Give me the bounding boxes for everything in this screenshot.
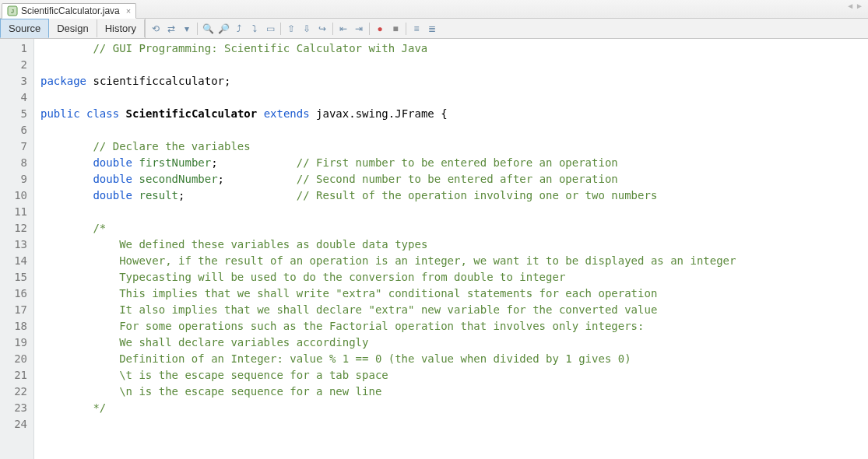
- diff-icon[interactable]: ⇄: [164, 22, 178, 36]
- find-prev-icon[interactable]: 🔍: [201, 22, 215, 36]
- line-number: 7: [0, 138, 27, 155]
- line-number: 19: [0, 335, 27, 351]
- code-line: Definition of an Integer: value % 1 == 0…: [40, 351, 868, 367]
- file-tab-label: ScientificCalculator.java: [21, 5, 120, 16]
- step-down-icon[interactable]: ⇩: [300, 22, 314, 36]
- line-number: 18: [0, 318, 27, 335]
- tab-nav-arrows: ◄ ►: [846, 2, 863, 10]
- line-number: 1: [0, 40, 27, 57]
- line-number: 21: [0, 367, 27, 384]
- code-line: [40, 57, 868, 73]
- line-number: 22: [0, 384, 27, 400]
- shift-left-icon[interactable]: ⇤: [336, 22, 350, 36]
- line-number: 11: [0, 204, 27, 220]
- code-line: [40, 204, 868, 220]
- line-number: 9: [0, 171, 27, 187]
- dropdown-icon[interactable]: ▾: [180, 22, 194, 36]
- code-line: Typecasting will be used to do the conve…: [40, 269, 868, 286]
- close-icon[interactable]: ×: [126, 6, 131, 16]
- code-line: /*: [40, 220, 868, 237]
- line-number: 16: [0, 286, 27, 302]
- line-number: 6: [0, 122, 27, 138]
- prev-tab-icon[interactable]: ◄: [846, 2, 854, 10]
- line-number: 12: [0, 220, 27, 237]
- file-tab[interactable]: J ScientificCalculator.java ×: [2, 3, 136, 19]
- line-number: 15: [0, 269, 27, 286]
- uncomment-icon[interactable]: ≣: [425, 22, 439, 36]
- view-tab-bar: Source Design History ⟲⇄▾🔍🔎⤴⤵▭⇧⇩↪⇤⇥●■≡≣: [0, 19, 868, 39]
- step-over-icon[interactable]: ↪: [315, 22, 329, 36]
- line-number: 4: [0, 89, 27, 106]
- code-area[interactable]: // GUI Programming: Scientific Calculato…: [34, 39, 868, 459]
- code-line: [40, 89, 868, 106]
- comment-icon[interactable]: ≡: [409, 22, 423, 36]
- toolbar-separator: [406, 23, 406, 35]
- code-line: [40, 416, 868, 433]
- find-next-icon[interactable]: 🔎: [216, 22, 230, 36]
- line-number: 8: [0, 155, 27, 171]
- code-line: public class ScientificCalculator extend…: [40, 106, 868, 122]
- code-line: double secondNumber; // Second number to…: [40, 171, 868, 187]
- code-line: For some operations such as the Factoria…: [40, 318, 868, 335]
- code-line: We defined these variables as double dat…: [40, 237, 868, 253]
- svg-text:J: J: [11, 8, 14, 15]
- code-line: \n is the escape sequence for a new line: [40, 384, 868, 400]
- code-editor: 123456789101112131415161718192021222324 …: [0, 39, 868, 459]
- line-number: 23: [0, 400, 27, 416]
- code-line: [40, 122, 868, 138]
- line-number: 17: [0, 302, 27, 318]
- tab-source[interactable]: Source: [0, 19, 49, 38]
- code-line: We shall declare variables accordingly: [40, 335, 868, 351]
- line-number: 24: [0, 416, 27, 433]
- line-number: 20: [0, 351, 27, 367]
- toolbar-separator: [197, 23, 198, 35]
- code-line: // GUI Programming: Scientific Calculato…: [40, 40, 868, 57]
- line-number: 10: [0, 187, 27, 204]
- toolbar-separator: [369, 23, 370, 35]
- bookmark-prev-icon[interactable]: ⤴: [232, 22, 246, 36]
- line-number: 3: [0, 73, 27, 89]
- code-line: */: [40, 400, 868, 416]
- line-number: 13: [0, 237, 27, 253]
- line-number: 14: [0, 253, 27, 269]
- toolbar-separator: [280, 23, 281, 35]
- editor-toolbar: ⟲⇄▾🔍🔎⤴⤵▭⇧⇩↪⇤⇥●■≡≣: [145, 19, 442, 38]
- code-line: It also implies that we shall declare "e…: [40, 302, 868, 318]
- tab-design[interactable]: Design: [49, 19, 97, 37]
- line-gutter: 123456789101112131415161718192021222324: [0, 39, 34, 459]
- code-line: double firstNumber; // First number to b…: [40, 155, 868, 171]
- step-up-icon[interactable]: ⇧: [284, 22, 298, 36]
- select-icon[interactable]: ▭: [263, 22, 277, 36]
- shift-right-icon[interactable]: ⇥: [352, 22, 366, 36]
- bookmark-next-icon[interactable]: ⤵: [248, 22, 262, 36]
- tab-history[interactable]: History: [97, 19, 145, 37]
- line-number: 2: [0, 57, 27, 73]
- java-file-icon: J: [7, 5, 18, 16]
- code-line: double result; // Result of the operatio…: [40, 187, 868, 204]
- refresh-icon[interactable]: ⟲: [149, 22, 163, 36]
- code-line: // Declare the variables: [40, 138, 868, 155]
- stop-icon[interactable]: ■: [388, 22, 402, 36]
- line-number: 5: [0, 106, 27, 122]
- record-icon[interactable]: ●: [373, 22, 387, 36]
- code-line: This implies that we shall write "extra"…: [40, 286, 868, 302]
- code-line: \t is the escape sequence for a tab spac…: [40, 367, 868, 384]
- code-line: package scientificcalculator;: [40, 73, 868, 89]
- toolbar-separator: [332, 23, 333, 35]
- file-tab-bar: J ScientificCalculator.java × ◄ ►: [0, 0, 868, 19]
- code-line: However, if the result of an operation i…: [40, 253, 868, 269]
- next-tab-icon[interactable]: ►: [856, 2, 863, 10]
